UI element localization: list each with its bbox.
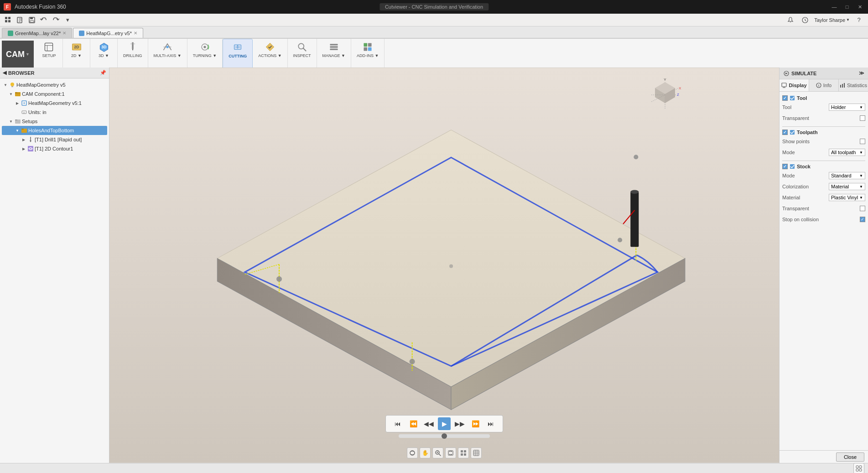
view-cube[interactable]: Y X Z	[647, 77, 683, 113]
stock-transparent-checkbox[interactable]	[860, 206, 865, 211]
tree-item-holesandtopbottom[interactable]: ▼ HolesAndTopBottom	[2, 126, 107, 135]
ribbon-group-addins: ADD-INS ▼	[351, 39, 385, 70]
sim-tab-display[interactable]: Display	[780, 79, 809, 91]
notifications-button[interactable]	[785, 15, 796, 26]
tree-item-2dcontour[interactable]: ▶ [T1] 2D Contour1	[2, 144, 107, 153]
redo-button[interactable]	[51, 16, 60, 25]
svg-text:F: F	[6, 5, 9, 10]
browser-pin-icon[interactable]: 📌	[100, 70, 106, 76]
view-zoom-button[interactable]	[432, 447, 443, 458]
close-simulate-button[interactable]: Close	[836, 452, 864, 462]
view-zoom-fit-button[interactable]	[445, 447, 456, 458]
status-icon-1[interactable]	[853, 463, 864, 473]
tree-item-drill1[interactable]: ▶ [T1] Drill1 [Rapid out]	[2, 135, 107, 144]
actions-button[interactable]: ACTIONS ▼	[255, 41, 284, 59]
help-button[interactable]: ?	[853, 15, 864, 26]
svg-rect-13	[45, 43, 53, 51]
tree-item-heatmap-v5-1[interactable]: ▶ HeatMapGeometry v5:1	[2, 99, 107, 108]
svg-rect-44	[21, 129, 24, 130]
stock-enabled-checkbox[interactable]: ✓	[782, 164, 788, 169]
addins-button[interactable]: ADD-INS ▼	[354, 41, 381, 59]
forward-end-button[interactable]: ⏭	[484, 417, 497, 430]
2d-button[interactable]: 2D 2D ▼	[68, 41, 86, 59]
more-button[interactable]: ▾	[63, 16, 72, 25]
manage-button[interactable]: MANAGE ▼	[320, 41, 348, 59]
colorization-value: Material	[831, 184, 849, 189]
tree-toggle-contour[interactable]: ▶	[21, 146, 26, 151]
tab-greenmap[interactable]: GreenMap...lay v22* ✕	[2, 28, 72, 38]
svg-rect-18	[132, 42, 133, 49]
svg-rect-8	[30, 17, 33, 19]
view-orbit-button[interactable]	[407, 447, 418, 458]
step-back-button[interactable]: ◀◀	[422, 417, 435, 430]
toolpath-mode-dropdown[interactable]: All toolpath ▼	[829, 149, 865, 156]
stop-collision-checkbox[interactable]: ✓	[860, 217, 865, 222]
user-profile[interactable]: Taylor Sharpe ▼	[814, 17, 850, 23]
svg-point-60	[634, 155, 638, 159]
cutting-label: CUTTING	[229, 54, 247, 58]
material-dropdown[interactable]: Plastic Vinyl ▼	[829, 194, 865, 201]
view-display-mode-button[interactable]	[458, 447, 469, 458]
prev-op-button[interactable]: ⏪	[407, 417, 420, 430]
svg-rect-101	[856, 469, 858, 471]
setup-button[interactable]: SETUP	[39, 41, 58, 59]
sim-tab-statistics[interactable]: Statistics	[839, 79, 868, 91]
next-op-button[interactable]: ⏩	[469, 417, 482, 430]
tree-toggle-0[interactable]: ▼	[3, 82, 8, 88]
tab-heatmap[interactable]: HeatMapG...etry v5* ✕	[73, 28, 143, 38]
tree-item-setups[interactable]: ▼ Setups	[2, 117, 107, 126]
tab-close-greenmap[interactable]: ✕	[62, 31, 66, 36]
show-points-checkbox[interactable]	[860, 139, 865, 144]
stock-mode-dropdown[interactable]: Standard ▼	[829, 172, 865, 179]
app-icon: F	[4, 3, 11, 10]
inspect-button[interactable]: INSPECT	[291, 41, 314, 59]
3d-button[interactable]: 3D 3D ▼	[95, 41, 113, 59]
grid-menu-button[interactable]	[4, 16, 13, 25]
simulate-header: SIMULATE ≫	[780, 68, 868, 79]
colorization-label: Colorization	[782, 184, 809, 189]
colorization-dropdown[interactable]: Material ▼	[829, 183, 865, 190]
tool-transparent-checkbox[interactable]	[860, 115, 865, 121]
maximize-button[interactable]: □	[842, 2, 852, 11]
sim-tab-info[interactable]: i Info	[809, 79, 839, 91]
tool-section-header: ✓ Tool	[782, 95, 865, 101]
file-button[interactable]	[16, 16, 25, 25]
tree-toggle-1[interactable]: ▼	[8, 91, 14, 97]
turning-button[interactable]: TURNING ▼	[190, 41, 219, 59]
tree-item-heatmapgeometry[interactable]: ▼ HeatMapGeometry v5	[2, 80, 107, 89]
inspect-icon	[296, 42, 307, 52]
toolpath-enabled-checkbox[interactable]: ✓	[782, 130, 788, 135]
viewport[interactable]: Y X Z ⏮ ⏪ ◀◀ ▶ ▶▶ ⏩ ⏭ ✋	[109, 68, 779, 463]
undo-button[interactable]	[39, 16, 48, 25]
browser-collapse-icon[interactable]: ◀	[3, 70, 6, 76]
tool-dropdown[interactable]: Holder ▼	[829, 104, 865, 111]
tab-label-greenmap: GreenMap...lay v22*	[15, 31, 61, 36]
tree-item-camcomponent[interactable]: ▼ CAM Component:1	[2, 89, 107, 99]
play-button[interactable]: ▶	[438, 417, 451, 430]
tree-toggle-drill[interactable]: ▶	[21, 137, 26, 142]
tree-toggle-setups[interactable]: ▼	[8, 119, 14, 124]
simulate-expand-icon[interactable]: ≫	[859, 70, 864, 76]
cam-workspace-label[interactable]: CAM ▼	[2, 41, 34, 68]
minimize-button[interactable]: —	[830, 2, 839, 11]
playback-slider[interactable]	[399, 434, 490, 438]
multiaxis-button[interactable]: MULTI-AXIS ▼	[151, 41, 184, 59]
tab-close-heatmap[interactable]: ✕	[134, 31, 137, 36]
ribbon-group-turning: TURNING ▼	[187, 39, 223, 70]
view-grid-button[interactable]	[471, 447, 482, 458]
tree-toggle-holes[interactable]: ▼	[15, 128, 20, 133]
rewind-start-button[interactable]: ⏮	[391, 417, 404, 430]
svg-rect-5	[8, 20, 10, 22]
tool-enabled-checkbox[interactable]: ✓	[782, 95, 788, 101]
tool-transparent-label: Transparent	[782, 115, 809, 121]
svg-rect-11	[8, 31, 13, 36]
save-button[interactable]	[27, 16, 36, 25]
close-button[interactable]: ✕	[855, 2, 864, 11]
drilling-button[interactable]: DRILLING	[120, 41, 145, 59]
step-forward-button[interactable]: ▶▶	[453, 417, 466, 430]
clock-button[interactable]	[800, 15, 811, 26]
view-pan-button[interactable]: ✋	[420, 447, 431, 458]
cutting-button[interactable]: CUTTING	[226, 41, 249, 59]
tree-toggle-2[interactable]: ▶	[15, 100, 20, 106]
playback-slider-thumb[interactable]	[442, 433, 447, 439]
